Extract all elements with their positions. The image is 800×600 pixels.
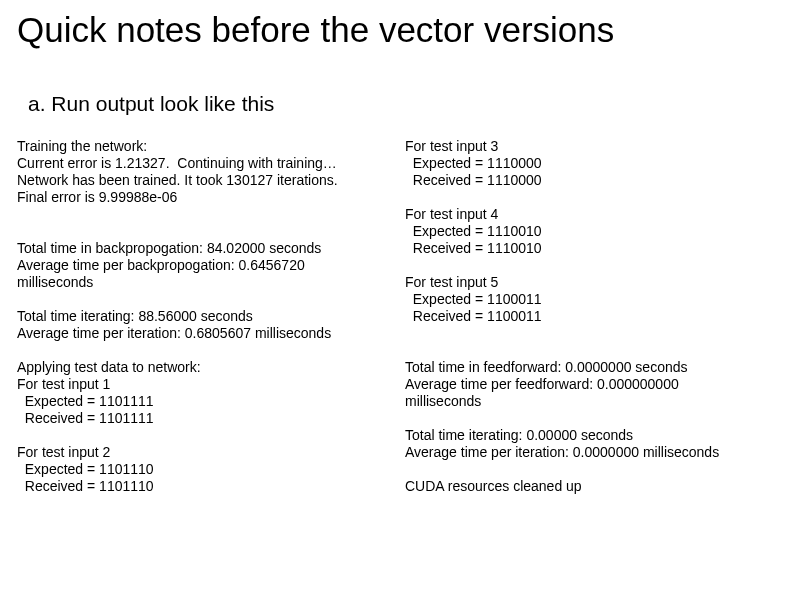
output-column-right: For test input 3 Expected = 1110000 Rece…: [405, 138, 785, 495]
slide-title: Quick notes before the vector versions: [17, 10, 614, 50]
slide: Quick notes before the vector versions a…: [0, 0, 800, 600]
output-column-left: Training the network: Current error is 1…: [17, 138, 407, 495]
slide-subhead: a. Run output look like this: [28, 92, 274, 116]
